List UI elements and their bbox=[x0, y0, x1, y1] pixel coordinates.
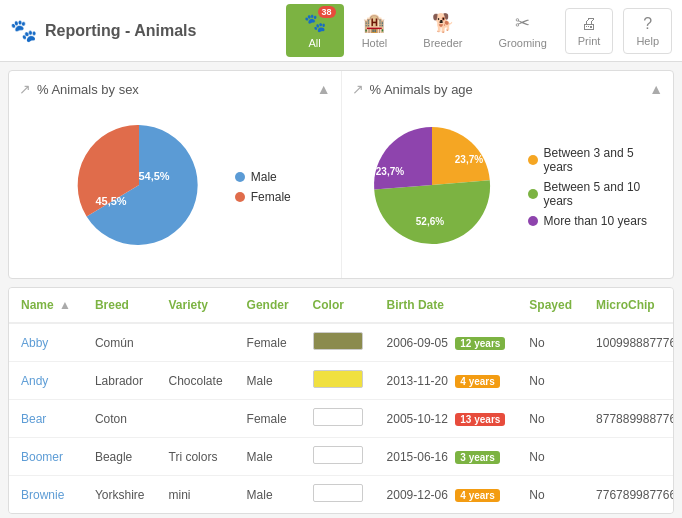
col-spayed[interactable]: Spayed bbox=[517, 288, 584, 323]
cell-spayed: No bbox=[517, 438, 584, 476]
help-button[interactable]: ? Help bbox=[623, 8, 672, 54]
tab-grooming-icon: ✂ bbox=[515, 12, 530, 34]
cell-color bbox=[301, 400, 375, 438]
legend-female-label: Female bbox=[251, 190, 291, 204]
charts-section: ↗ % Animals by sex ▲ 54,5% 45,5% bbox=[8, 70, 674, 279]
svg-text:54,5%: 54,5% bbox=[138, 170, 169, 182]
col-variety[interactable]: Variety bbox=[157, 288, 235, 323]
animals-table-section: Name ▲ Breed Variety Gender Color Birth … bbox=[8, 287, 674, 514]
cell-gender: Male bbox=[235, 476, 301, 514]
tab-hotel-label: Hotel bbox=[362, 37, 388, 49]
color-swatch bbox=[313, 370, 363, 388]
help-icon: ? bbox=[643, 15, 652, 33]
tab-all-badge: 38 bbox=[318, 6, 336, 18]
cell-spayed: No bbox=[517, 476, 584, 514]
chart-sex-content: 54,5% 45,5% Male Female bbox=[19, 105, 331, 268]
cell-breed: Beagle bbox=[83, 438, 157, 476]
tab-all-label: All bbox=[309, 37, 321, 49]
age-badge: 12 years bbox=[455, 337, 505, 350]
header-actions: 🖨 Print ? Help bbox=[565, 8, 672, 54]
app-header: 🐾 Reporting - Animals 🐾 All 38 🏨 Hotel 🐕… bbox=[0, 0, 682, 62]
legend-10plus-dot bbox=[528, 216, 538, 226]
chart-age-title: % Animals by age bbox=[370, 82, 473, 97]
cell-birth-date: 2013-11-20 4 years bbox=[375, 362, 518, 400]
legend-male-label: Male bbox=[251, 170, 277, 184]
cell-name: Andy bbox=[9, 362, 83, 400]
tab-all[interactable]: 🐾 All 38 bbox=[286, 4, 344, 57]
cell-color bbox=[301, 438, 375, 476]
tab-breeder[interactable]: 🐕 Breeder bbox=[405, 4, 480, 57]
print-icon: 🖨 bbox=[581, 15, 597, 33]
app-title: Reporting - Animals bbox=[45, 22, 196, 40]
cell-breed: Coton bbox=[83, 400, 157, 438]
cell-spayed: No bbox=[517, 400, 584, 438]
table-row: Andy Labrador Chocolate Male 2013-11-20 … bbox=[9, 362, 674, 400]
cell-color bbox=[301, 323, 375, 362]
svg-text:23,7%: 23,7% bbox=[454, 154, 482, 165]
chart-sex-header: ↗ % Animals by sex ▲ bbox=[19, 81, 331, 97]
legend-5-10-dot bbox=[528, 189, 538, 199]
cell-variety: mini bbox=[157, 476, 235, 514]
col-color[interactable]: Color bbox=[301, 288, 375, 323]
age-badge: 13 years bbox=[455, 413, 505, 426]
chart-sex-legend: Male Female bbox=[235, 170, 291, 204]
chart-age-header: ↗ % Animals by age ▲ bbox=[352, 81, 664, 97]
svg-text:52,6%: 52,6% bbox=[415, 216, 443, 227]
col-breed[interactable]: Breed bbox=[83, 288, 157, 323]
col-gender[interactable]: Gender bbox=[235, 288, 301, 323]
age-badge: 3 years bbox=[455, 451, 499, 464]
cell-birth-date: 2015-06-16 3 years bbox=[375, 438, 518, 476]
cell-gender: Male bbox=[235, 438, 301, 476]
cell-variety: Chocolate bbox=[157, 362, 235, 400]
chart-age-collapse[interactable]: ▲ bbox=[649, 81, 663, 97]
chart-age-content: 23,7% 52,6% 23,7% Between 3 and 5 years … bbox=[352, 105, 664, 268]
chart-sex-pie: 54,5% 45,5% bbox=[59, 115, 219, 258]
cell-birth-date: 2009-12-06 4 years bbox=[375, 476, 518, 514]
legend-5-10-label: Between 5 and 10 years bbox=[544, 180, 664, 208]
legend-female-dot bbox=[235, 192, 245, 202]
color-swatch bbox=[313, 484, 363, 502]
tab-grooming[interactable]: ✂ Grooming bbox=[480, 4, 564, 57]
legend-10plus: More than 10 years bbox=[528, 214, 664, 228]
chart-sex-title: % Animals by sex bbox=[37, 82, 139, 97]
cell-birth-date: 2005-10-12 13 years bbox=[375, 400, 518, 438]
tab-hotel[interactable]: 🏨 Hotel bbox=[344, 4, 406, 57]
table-header-row: Name ▲ Breed Variety Gender Color Birth … bbox=[9, 288, 674, 323]
tab-breeder-label: Breeder bbox=[423, 37, 462, 49]
col-name[interactable]: Name ▲ bbox=[9, 288, 83, 323]
chart-age-panel: ↗ % Animals by age ▲ bbox=[342, 71, 674, 278]
print-label: Print bbox=[578, 35, 601, 47]
cell-gender: Male bbox=[235, 362, 301, 400]
cell-variety bbox=[157, 400, 235, 438]
help-label: Help bbox=[636, 35, 659, 47]
cell-name: Boomer bbox=[9, 438, 83, 476]
color-swatch bbox=[313, 446, 363, 464]
cell-breed: Labrador bbox=[83, 362, 157, 400]
legend-10plus-label: More than 10 years bbox=[544, 214, 647, 228]
cell-microchip: 1009988877766655 bbox=[584, 323, 674, 362]
age-badge: 4 years bbox=[455, 489, 499, 502]
chart-sex-collapse[interactable]: ▲ bbox=[317, 81, 331, 97]
cell-color bbox=[301, 476, 375, 514]
nav-tabs: 🐾 All 38 🏨 Hotel 🐕 Breeder ✂ Grooming bbox=[286, 4, 565, 57]
app-logo: 🐾 Reporting - Animals bbox=[10, 18, 286, 44]
cell-breed: Yorkshire bbox=[83, 476, 157, 514]
chart-age-legend: Between 3 and 5 years Between 5 and 10 y… bbox=[528, 146, 664, 228]
legend-male-dot bbox=[235, 172, 245, 182]
print-button[interactable]: 🖨 Print bbox=[565, 8, 614, 54]
cell-microchip bbox=[584, 362, 674, 400]
chart-sex-panel: ↗ % Animals by sex ▲ 54,5% 45,5% bbox=[9, 71, 342, 278]
cell-name: Brownie bbox=[9, 476, 83, 514]
col-microchip[interactable]: MicroChip bbox=[584, 288, 674, 323]
cell-microchip: 776789987766776671 bbox=[584, 476, 674, 514]
svg-text:45,5%: 45,5% bbox=[95, 195, 126, 207]
cell-microchip bbox=[584, 438, 674, 476]
chart-sex-icon: ↗ bbox=[19, 81, 31, 97]
cell-name: Bear bbox=[9, 400, 83, 438]
col-birth-date[interactable]: Birth Date bbox=[375, 288, 518, 323]
tab-hotel-icon: 🏨 bbox=[363, 12, 385, 34]
sort-name-icon: ▲ bbox=[59, 298, 71, 312]
tab-grooming-label: Grooming bbox=[498, 37, 546, 49]
cell-gender: Female bbox=[235, 400, 301, 438]
tab-breeder-icon: 🐕 bbox=[432, 12, 454, 34]
